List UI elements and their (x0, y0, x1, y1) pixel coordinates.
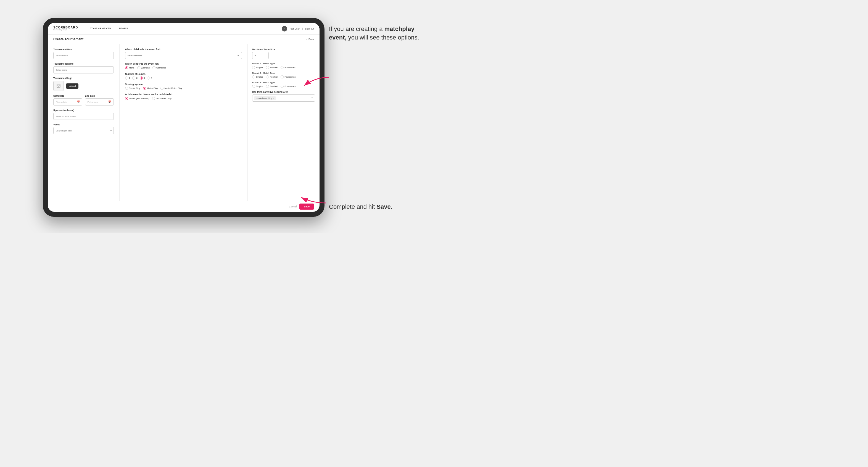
round1-foursomes[interactable]: Foursomes (281, 66, 296, 69)
round-1-radio[interactable] (125, 76, 128, 80)
max-team-size-label: Maximum Team Size (252, 48, 315, 51)
teams-label-text: Teams (+Individuals) (129, 97, 149, 100)
teams-radio[interactable] (125, 97, 128, 100)
main-content: Create Tournament ← Back Tournament Host… (48, 34, 319, 212)
round-3-radio[interactable] (140, 76, 143, 80)
annotation-arrow-bottom (296, 189, 329, 206)
round1-label: Round 1 - Match Type (252, 62, 315, 65)
scoring-stroke[interactable]: Stroke Play (125, 87, 140, 90)
round-4-option[interactable]: 4 (147, 76, 152, 80)
round3-foursomes[interactable]: Foursomes (281, 85, 296, 88)
division-select[interactable]: NCAA Division I (125, 52, 242, 59)
round3-singles-radio[interactable] (252, 85, 255, 88)
round2-foursomes-radio[interactable] (281, 75, 284, 79)
content-header: Create Tournament ← Back (48, 34, 319, 44)
individuals-radio[interactable] (152, 97, 155, 100)
nav-item-tournaments[interactable]: TOURNAMENTS (86, 23, 115, 34)
round1-fourball[interactable]: Fourball (266, 66, 278, 69)
right-column: Maximum Team Size Round 1 - Match Type S… (248, 44, 319, 201)
sponsor-input[interactable] (53, 113, 114, 120)
teams-option[interactable]: Teams (+Individuals) (125, 97, 149, 100)
tournament-host-field: Tournament Host (53, 48, 114, 59)
round-4-radio[interactable] (147, 76, 150, 80)
nav-right: T Test User | Sign out (282, 26, 314, 31)
svg-point-1 (58, 85, 58, 86)
api-tag-input[interactable]: Leaderboard King × ▼ (252, 94, 315, 102)
round2-fourball-radio[interactable] (266, 75, 269, 79)
nav-item-teams[interactable]: TEAMS (115, 23, 132, 34)
round1-foursomes-label: Foursomes (284, 66, 296, 69)
back-button[interactable]: ← Back (305, 38, 314, 40)
round2-singles[interactable]: Singles (252, 75, 263, 79)
form-footer: Cancel Save (48, 201, 319, 212)
teams-field: Is this event for Teams and/or Individua… (125, 93, 242, 100)
gender-mens[interactable]: Mens (125, 66, 134, 69)
teams-radio-group: Teams (+Individuals) Individuals Only (125, 97, 242, 100)
venue-input[interactable] (53, 127, 114, 134)
gender-field: Which gender is the event for? Mens Wome (125, 62, 242, 69)
round3-foursomes-label: Foursomes (284, 85, 296, 88)
logo-upload-area: Upload (53, 81, 114, 91)
brand-logo: SCOREBOARD Powered by clippit (53, 26, 78, 31)
end-date-input[interactable]: Pick a date 📅 (85, 98, 114, 105)
scoring-match-label: Match Play (147, 87, 158, 90)
rounds-field: Number of rounds 1 2 (125, 73, 242, 80)
round-2-label: 2 (136, 77, 137, 79)
left-column: Tournament Host Tournament name Tourname… (48, 44, 120, 201)
individuals-option[interactable]: Individuals Only (152, 97, 172, 100)
individuals-label-text: Individuals Only (156, 97, 172, 100)
rounds-radio-group: 1 2 3 (125, 76, 242, 80)
round2-foursomes[interactable]: Foursomes (281, 75, 296, 79)
scoring-match[interactable]: Match Play (143, 87, 158, 90)
scoring-medal-label: Medal Match Play (164, 87, 182, 90)
round3-fourball-label: Fourball (270, 85, 278, 88)
round1-singles[interactable]: Singles (252, 66, 263, 69)
round1-foursomes-radio[interactable] (281, 66, 284, 69)
division-label: Which division is the event for? (125, 48, 242, 51)
round1-singles-radio[interactable] (252, 66, 255, 69)
api-tag-remove[interactable]: × (273, 97, 275, 99)
sponsor-label: Sponsor (optional) (53, 109, 114, 112)
upload-button[interactable]: Upload (66, 84, 79, 89)
round2-singles-radio[interactable] (252, 75, 255, 79)
round1-fourball-radio[interactable] (266, 66, 269, 69)
logo-placeholder (53, 81, 64, 91)
brand-title: SCOREBOARD (53, 26, 78, 29)
tournament-logo-field: Tournament logo Upload (53, 77, 114, 91)
scoring-stroke-radio[interactable] (125, 87, 128, 90)
gender-womens-radio[interactable] (137, 66, 140, 69)
cancel-button[interactable]: Cancel (289, 205, 297, 208)
scoring-field: Scoring system Stroke Play Match Play (125, 83, 242, 90)
round-3-option[interactable]: 3 (140, 76, 145, 80)
round-1-option[interactable]: 1 (125, 76, 130, 80)
api-tag-label: Leaderboard King (256, 97, 272, 99)
round-2-option[interactable]: 2 (132, 76, 137, 80)
api-field: Use third-party live scoring API? Leader… (252, 91, 315, 102)
start-date-input[interactable]: Pick a date 📅 (53, 98, 82, 105)
round2-singles-label: Singles (256, 76, 263, 78)
tournament-host-input[interactable] (53, 52, 114, 59)
round3-fourball[interactable]: Fourball (266, 85, 278, 88)
tournament-logo-label: Tournament logo (53, 77, 114, 80)
max-team-size-field: Maximum Team Size (252, 48, 315, 59)
round-2-radio[interactable] (132, 76, 135, 80)
round3-singles[interactable]: Singles (252, 85, 263, 88)
round-3-label: 3 (144, 77, 145, 79)
scoring-medal-radio[interactable] (160, 87, 163, 90)
form-area: Tournament Host Tournament name Tourname… (48, 44, 319, 201)
nav-items: TOURNAMENTS TEAMS (86, 23, 132, 34)
annotation-arrow-top (299, 74, 332, 91)
max-team-size-input[interactable] (252, 52, 269, 59)
round2-fourball[interactable]: Fourball (266, 75, 278, 79)
gender-combined[interactable]: Combined (152, 66, 166, 69)
gender-mens-radio[interactable] (125, 66, 128, 69)
round2-label: Round 2 - Match Type (252, 72, 315, 74)
sign-out-link[interactable]: Sign out (305, 27, 314, 30)
gender-womens[interactable]: Womens (137, 66, 150, 69)
tournament-name-input[interactable] (53, 66, 114, 73)
gender-combined-radio[interactable] (152, 66, 155, 69)
round3-fourball-radio[interactable] (266, 85, 269, 88)
scoring-medal[interactable]: Medal Match Play (160, 87, 182, 90)
round3-foursomes-radio[interactable] (281, 85, 284, 88)
scoring-match-radio[interactable] (143, 87, 146, 90)
